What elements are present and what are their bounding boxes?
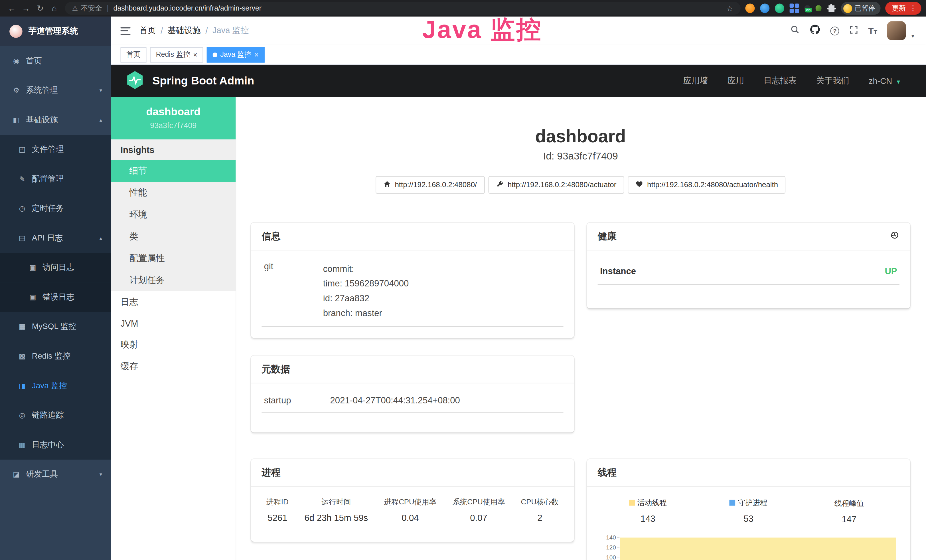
sba-item-classes[interactable]: 类 xyxy=(111,226,236,248)
extension-icon[interactable] xyxy=(760,3,769,13)
sidebar-item-java-monitor[interactable]: ◨ Java 监控 xyxy=(0,371,111,401)
instance-id: 93a3fc7f7409 xyxy=(116,121,231,130)
close-icon[interactable]: × xyxy=(254,51,259,58)
home-icon[interactable]: ⌂ xyxy=(47,1,62,15)
actuator-url-link[interactable]: http://192.168.0.2:48080/actuator xyxy=(488,176,624,194)
service-url-link[interactable]: http://192.168.0.2:48080/ xyxy=(375,176,484,194)
url-text[interactable]: dashboard.yudao.iocoder.cn/infra/admin-s… xyxy=(113,4,262,12)
tab-java-monitor[interactable]: Java 监控 × xyxy=(207,47,264,62)
language-label: zh-CN xyxy=(869,76,892,86)
tab-label: Redis 监控 xyxy=(156,50,190,60)
help-icon[interactable]: ? xyxy=(831,26,839,35)
sidebar-item-config[interactable]: ✎ 配置管理 xyxy=(0,164,111,194)
warning-icon[interactable]: ⚠ xyxy=(72,5,78,12)
breadcrumb-home[interactable]: 首页 xyxy=(139,26,156,36)
timer-icon: ◷ xyxy=(18,204,27,212)
fullscreen-icon[interactable] xyxy=(849,25,858,36)
annotation-text: Java 监控 xyxy=(422,13,542,46)
sba-item-jvm[interactable]: JVM xyxy=(111,313,236,334)
sidebar-item-label: 链路追踪 xyxy=(32,410,64,421)
sidebar-item-infra[interactable]: ◧ 基础设施 ▴ xyxy=(0,105,111,135)
breadcrumb-section[interactable]: 基础设施 xyxy=(168,26,201,36)
sba-language-select[interactable]: zh-CN ▾ xyxy=(869,76,900,86)
java-monitor-icon: ◨ xyxy=(18,382,27,390)
menu-kebab-icon[interactable]: ⋮ xyxy=(909,4,917,12)
legend-peak-threads: 线程峰值 147 xyxy=(799,498,899,524)
address-bar[interactable]: ⚠ 不安全 | dashboard.yudao.iocoder.cn/infra… xyxy=(65,2,740,15)
process-col-cpu-cores: CPU核心数 2 xyxy=(521,498,559,523)
chart-plot-area xyxy=(620,532,899,560)
profile-status: 已暂停 xyxy=(855,4,875,12)
process-col-process-cpu: 进程CPU使用率 0.04 xyxy=(384,498,436,523)
sidebar-item-home[interactable]: ◉ 首页 xyxy=(0,46,111,76)
sba-nav-about[interactable]: 关于我们 xyxy=(816,76,849,86)
sba-nav-journal[interactable]: 日志报表 xyxy=(763,76,796,86)
user-avatar[interactable] xyxy=(887,21,906,40)
extension-switch-icon[interactable]: on xyxy=(804,5,810,11)
sba-instance-header[interactable]: dashboard 93a3fc7f7409 xyxy=(111,97,236,139)
extension-icon[interactable] xyxy=(816,5,822,11)
sidebar-item-access-log[interactable]: ▣ 访问日志 xyxy=(0,253,111,282)
back-icon[interactable]: ← xyxy=(5,1,19,15)
sidebar-item-error-log[interactable]: ▣ 错误日志 xyxy=(0,282,111,312)
legend-swatch-yellow xyxy=(629,500,635,506)
extension-icon[interactable] xyxy=(745,3,754,13)
profile-chip[interactable]: 已暂停 xyxy=(841,2,881,15)
close-icon[interactable]: × xyxy=(193,51,197,58)
sidebar-item-jobs[interactable]: ◷ 定时任务 xyxy=(0,194,111,223)
gear-icon: ⚙ xyxy=(12,86,21,94)
extension-icon[interactable] xyxy=(775,3,784,13)
sidebar-item-dev-tools[interactable]: ◪ 研发工具 ▾ xyxy=(0,460,111,489)
sba-item-logs[interactable]: 日志 xyxy=(111,291,236,313)
bookmark-star-icon[interactable]: ☆ xyxy=(726,4,733,12)
mysql-icon: ▦ xyxy=(18,322,27,331)
github-icon[interactable] xyxy=(809,24,820,37)
threads-legend: 活动线程 143 守护进程 53 线程峰值 xyxy=(598,495,899,524)
forward-icon[interactable]: → xyxy=(19,1,33,15)
tab-redis-monitor[interactable]: Redis 监控 × xyxy=(150,47,203,62)
sidebar-item-log-center[interactable]: ▥ 日志中心 xyxy=(0,430,111,460)
process-col-uptime: 运行时间 6d 23h 15m 59s xyxy=(304,498,368,523)
hamburger-icon[interactable] xyxy=(120,27,130,35)
sba-item-scheduled-tasks[interactable]: 计划任务 xyxy=(111,269,236,291)
sba-nav-wall[interactable]: 应用墙 xyxy=(683,76,708,86)
tab-home[interactable]: 首页 xyxy=(120,47,146,62)
sba-nav: 应用墙 应用 日志报表 关于我们 zh-CN ▾ xyxy=(683,76,900,86)
sba-item-metrics[interactable]: 性能 xyxy=(111,182,236,204)
font-size-icon[interactable]: TT xyxy=(868,26,877,36)
sba-item-caches[interactable]: 缓存 xyxy=(111,356,236,378)
reload-icon[interactable]: ↻ xyxy=(33,1,47,15)
dashboard-icon: ◉ xyxy=(12,57,21,65)
sidebar-item-label: Redis 监控 xyxy=(32,351,70,362)
sidebar-item-trace[interactable]: ◎ 链路追踪 xyxy=(0,401,111,430)
redis-icon: ▩ xyxy=(18,352,27,360)
sidebar-item-mysql[interactable]: ▦ MySQL 监控 xyxy=(0,312,111,342)
sidebar-item-redis[interactable]: ▩ Redis 监控 xyxy=(0,342,111,371)
metadata-row-startup: startup 2021-04-27T00:44:31.254+08:00 xyxy=(262,393,563,413)
history-icon[interactable] xyxy=(890,230,899,242)
chevron-up-icon: ▴ xyxy=(100,235,102,241)
update-button[interactable]: 更新 ⋮ xyxy=(885,2,921,15)
sidebar-item-label: 访问日志 xyxy=(42,262,74,273)
sba-item-mappings[interactable]: 映射 xyxy=(111,334,236,356)
card-title: 信息 xyxy=(251,223,574,250)
info-value: commit: time: 1596289704000 id: 27aa832 … xyxy=(323,261,409,320)
metadata-value: 2021-04-27T00:44:31.254+08:00 xyxy=(330,395,460,405)
sba-item-environment[interactable]: 环境 xyxy=(111,204,236,226)
home-icon xyxy=(383,180,391,190)
extension-grid-icon[interactable] xyxy=(790,3,799,13)
puzzle-icon[interactable] xyxy=(826,3,836,13)
sidebar-item-system[interactable]: ⚙ 系统管理 ▾ xyxy=(0,76,111,105)
sidebar-item-files[interactable]: ◰ 文件管理 xyxy=(0,135,111,164)
sba-item-details[interactable]: 细节 xyxy=(111,160,236,182)
app-logo: 芋道管理系统 xyxy=(0,17,111,46)
profile-avatar xyxy=(843,4,852,12)
sidebar-item-api-log[interactable]: ▤ API 日志 ▴ xyxy=(0,223,111,253)
search-icon[interactable] xyxy=(790,25,800,36)
sba-nav-applications[interactable]: 应用 xyxy=(728,76,744,86)
sba-item-configprops[interactable]: 配置属性 xyxy=(111,248,236,269)
health-url-link[interactable]: http://192.168.0.2:48080/actuator/health xyxy=(628,176,786,194)
tags-view: 首页 Redis 监控 × Java 监控 × xyxy=(111,45,926,65)
wrench-icon xyxy=(496,180,504,190)
sba-content: dashboard Id: 93a3fc7f7409 http://192.16… xyxy=(236,97,926,560)
